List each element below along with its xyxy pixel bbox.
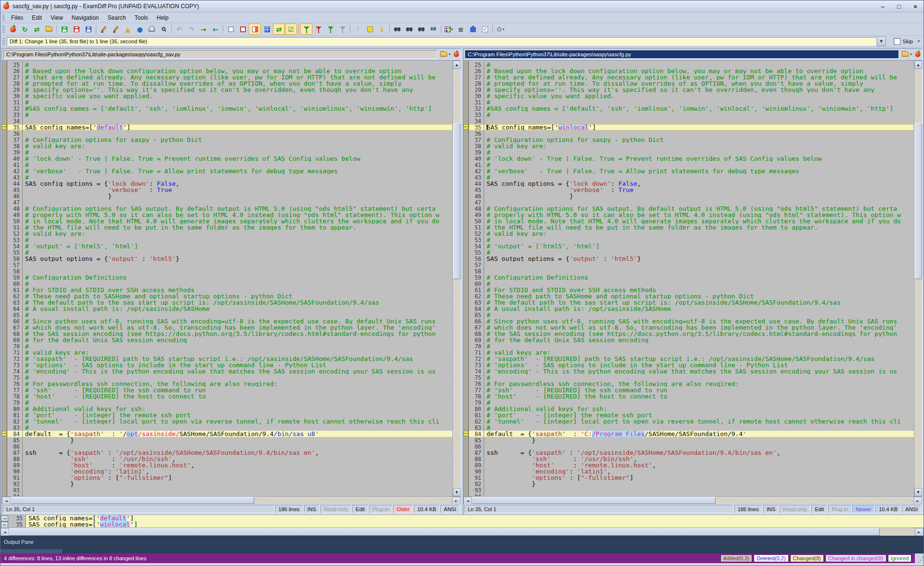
copy-right-marker-icon[interactable]: →: [1, 515, 8, 522]
close-button[interactable]: ×: [911, 3, 920, 10]
first-vscroll-track[interactable]: [453, 69, 461, 488]
code-line-58[interactable]: 58: [7, 268, 452, 274]
code-line-34[interactable]: 34: [7, 118, 452, 124]
code-line-82[interactable]: 82# 'tunnel' - [integer] local port to o…: [7, 418, 452, 424]
code-line-72[interactable]: 72# 'saspath' - [REQUIRED] path to SAS s…: [7, 356, 452, 362]
copy-left-marker-icon[interactable]: ←: [463, 431, 468, 436]
code-line-43[interactable]: 43#: [7, 174, 452, 180]
second-vscroll-thumb[interactable]: [914, 123, 922, 279]
diff-combo-dropdown[interactable]: ▼: [877, 37, 886, 46]
show-differences-icon[interactable]: [237, 24, 249, 35]
code-line-78[interactable]: 78# 'host' - [REQUIRED] the host to conn…: [7, 393, 452, 399]
code-line-76[interactable]: 76# For passwordless ssh connection, the…: [7, 381, 452, 387]
code-line-83[interactable]: 83#: [7, 424, 452, 431]
code-line-77[interactable]: 77# 'ssh' - [REQUIRED] the ssh command t…: [469, 387, 914, 393]
match-case-icon[interactable]: AB: [427, 24, 439, 35]
code-line-66[interactable]: 66# Since python uses utf-8, running SAS…: [469, 318, 914, 324]
code-line-81[interactable]: 81# 'port' - [integer] the remote ssh po…: [469, 412, 914, 418]
menu-files[interactable]: Files: [7, 13, 27, 22]
code-line-39[interactable]: 39#: [469, 149, 914, 155]
first-horizontal-scrollbar[interactable]: ◄ ►: [2, 496, 461, 504]
code-line-81[interactable]: 81# 'port' - [integer] the remote ssh po…: [7, 412, 452, 418]
code-line-54[interactable]: 54# 'output' = ['html5', 'html']: [469, 243, 914, 249]
bottom-horizontal-scrollbar[interactable]: ◄ ►: [0, 527, 924, 536]
code-line-69[interactable]: 69# for the default Unix SAS session enc…: [469, 337, 914, 343]
first-code-area[interactable]: 25#26# Based upon the lock_down configur…: [7, 61, 452, 496]
code-line-27[interactable]: 27# that are defined already. Any necess…: [469, 74, 914, 80]
first-hscroll-track[interactable]: [11, 497, 452, 504]
code-line-34[interactable]: 34: [469, 118, 914, 124]
code-line-42[interactable]: 42# 'verbose' - True | False. True = All…: [469, 168, 914, 174]
code-line-75[interactable]: 75#: [469, 374, 914, 381]
line-inspector-icon[interactable]: ≡: [455, 24, 467, 35]
code-line-50[interactable]: 50# in local mode. Note that HTML 4.0 wi…: [469, 218, 914, 224]
scroll-up-icon[interactable]: ▲: [914, 61, 922, 69]
code-line-31[interactable]: 31#: [7, 99, 452, 105]
code-line-59[interactable]: 59# Configuration Definitions: [469, 274, 914, 281]
code-line-45[interactable]: 45 'verbose' : True: [469, 187, 914, 193]
code-line-52[interactable]: 52# valid key are:: [7, 231, 452, 237]
menu-edit[interactable]: Edit: [27, 13, 46, 22]
code-line-29[interactable]: 29# specify options=''. This way it's sp…: [7, 87, 452, 93]
code-line-51[interactable]: 51# the HTML file will need to be put in…: [7, 224, 452, 231]
code-line-46[interactable]: 46 }: [469, 193, 914, 199]
code-line-33[interactable]: 33#: [7, 112, 452, 118]
diff-line-row[interactable]: ←35SAS_config_names=['winlocal']: [0, 521, 924, 527]
code-line-44[interactable]: 44SAS_config_options = {'lock_down': Fal…: [469, 180, 914, 187]
code-line-43[interactable]: 43#: [469, 174, 914, 180]
code-line-61[interactable]: 61# For STDIO and STDIO over SSH access …: [7, 287, 452, 293]
menu-help[interactable]: Help: [153, 13, 173, 22]
code-line-94[interactable]: 94: [469, 493, 914, 496]
code-line-39[interactable]: 39#: [7, 149, 452, 155]
code-line-60[interactable]: 60#: [469, 281, 914, 287]
edit-second-file-icon[interactable]: [110, 24, 122, 35]
code-line-91[interactable]: 91 'options' : ["-fullstimer"]: [469, 475, 914, 481]
recompare-icon[interactable]: ↻: [19, 24, 31, 35]
skip-checkbox[interactable]: [894, 38, 900, 45]
code-line-78[interactable]: 78# 'host' - [REQUIRED] the host to conn…: [469, 393, 914, 399]
code-line-33[interactable]: 33#: [469, 112, 914, 118]
layout-icon[interactable]: ▾: [443, 24, 455, 35]
code-line-74[interactable]: 74# 'encoding' - This is the python enco…: [7, 368, 452, 374]
code-line-92[interactable]: 92 }: [469, 481, 914, 487]
save-second-file-icon[interactable]: [70, 24, 82, 35]
second-vscroll-track[interactable]: [914, 69, 922, 488]
code-line-36[interactable]: 36: [469, 130, 914, 137]
code-line-35[interactable]: 35SAS_config_names=['winlocal']: [469, 124, 914, 130]
code-line-52[interactable]: 52# valid key are:: [469, 231, 914, 237]
code-line-70[interactable]: 70#: [7, 343, 452, 349]
second-code-area[interactable]: 25#26# Based upon the lock_down configur…: [469, 61, 914, 496]
code-line-65[interactable]: 65#: [7, 312, 452, 318]
code-line-26[interactable]: 26# Based upon the lock_down configurati…: [7, 68, 452, 74]
code-line-83[interactable]: 83#: [469, 424, 914, 431]
output-pane-tab[interactable]: [0, 549, 62, 553]
code-line-67[interactable]: 67# which does not work well as utf-8. S…: [469, 324, 914, 331]
bottom-hscroll-thumb[interactable]: [9, 528, 880, 536]
code-line-47[interactable]: 47: [7, 199, 452, 206]
code-line-30[interactable]: 30# specific value you want applied.: [7, 93, 452, 99]
code-line-63[interactable]: 63# The default path to the sas start up…: [469, 299, 914, 306]
resize-grip[interactable]: [915, 553, 924, 563]
edit-first-file-icon[interactable]: [98, 24, 110, 35]
save-both-files-icon[interactable]: [82, 24, 94, 35]
second-file-open-button[interactable]: ▾: [901, 51, 913, 57]
code-line-89[interactable]: 89 'host' : 'remote.linux.host',: [7, 462, 452, 468]
first-file-open-button[interactable]: ▾: [439, 51, 451, 57]
code-line-37[interactable]: 37# Configuration options for saspy - py…: [7, 137, 452, 143]
auto-recompare-icon[interactable]: ☑: [285, 24, 297, 35]
code-line-75[interactable]: 75#: [7, 374, 452, 381]
code-line-46[interactable]: 46 }: [7, 193, 452, 199]
code-line-58[interactable]: 58: [469, 268, 914, 274]
code-line-40[interactable]: 40# 'lock_down' - True | False. True = P…: [7, 155, 452, 162]
second-vertical-scrollbar[interactable]: ▲ ▼: [914, 61, 922, 496]
code-line-49[interactable]: 49# properly with HTML 5.0 so it can als…: [469, 212, 914, 218]
code-line-67[interactable]: 67# which does not work well as utf-8. S…: [7, 324, 452, 331]
first-vertical-scrollbar[interactable]: ▲ ▼: [452, 61, 461, 496]
code-line-48[interactable]: 48# Configuration options for SAS output…: [7, 206, 452, 212]
copy-right-marker-icon[interactable]: →: [2, 431, 7, 436]
menu-search[interactable]: Search: [103, 13, 130, 22]
compare-icon[interactable]: [7, 24, 19, 35]
statistics-icon[interactable]: [479, 24, 491, 35]
code-line-31[interactable]: 31#: [469, 99, 914, 105]
maximize-button[interactable]: □: [895, 3, 903, 10]
